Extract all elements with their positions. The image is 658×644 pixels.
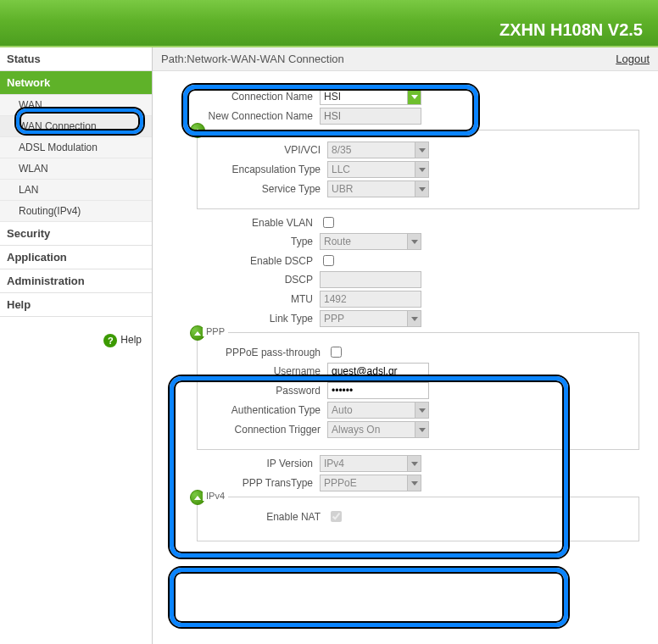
type-value: Route	[324, 236, 351, 247]
form-area: Connection Name HSI New Connection Name …	[153, 71, 658, 553]
type-select[interactable]: Route	[320, 233, 421, 250]
mtu-label: MTU	[171, 293, 320, 305]
chevron-down-icon	[415, 402, 428, 418]
conntrigger-label: Connection Trigger	[204, 424, 327, 436]
chevron-down-icon	[407, 234, 421, 249]
dscp-input[interactable]	[320, 271, 421, 288]
enable-dscp-label: Enable DSCP	[171, 255, 320, 267]
sidebar-cat-network[interactable]: Network	[0, 71, 152, 95]
linktype-select[interactable]: PPP	[320, 310, 421, 327]
collapse-toggle-icon[interactable]	[190, 123, 205, 138]
logout-link[interactable]: Logout	[616, 53, 650, 65]
breadcrumb: Path:Network-WAN-WAN Connection	[161, 53, 344, 65]
path-bar: Path:Network-WAN-WAN Connection Logout	[153, 47, 658, 71]
encap-value: LLC	[332, 164, 350, 175]
dscp-label: DSCP	[171, 274, 320, 286]
authtype-value: Auto	[332, 404, 353, 416]
vpivci-label: VPI/VCI	[204, 144, 327, 156]
chevron-down-icon	[407, 89, 421, 104]
enable-nat-checkbox[interactable]	[331, 511, 342, 522]
vpivci-select[interactable]: 8/35	[327, 142, 429, 158]
main-content: Path:Network-WAN-WAN Connection Logout C…	[153, 47, 658, 644]
connection-name-select[interactable]: HSI	[320, 88, 421, 105]
service-value: UBR	[332, 183, 353, 195]
chevron-down-icon	[415, 162, 428, 177]
pppoe-pass-checkbox[interactable]	[331, 347, 342, 358]
ppptrans-value: PPPoE	[324, 477, 357, 489]
password-input[interactable]	[327, 382, 429, 399]
help-icon[interactable]: ?	[103, 334, 117, 347]
chevron-down-icon	[407, 475, 421, 491]
ipversion-select[interactable]: IPv4	[320, 455, 421, 472]
chevron-down-icon	[415, 142, 428, 158]
authtype-label: Authentication Type	[204, 404, 327, 416]
connection-name-value: HSI	[324, 91, 341, 103]
help-link-row: ?Help	[0, 317, 152, 354]
ppp-legend: PPP	[203, 326, 228, 336]
conntrigger-value: Always On	[332, 424, 380, 436]
sidebar-cat-application[interactable]: Application	[0, 246, 152, 269]
sidebar-item-adsl-modulation[interactable]: ADSL Modulation	[0, 137, 152, 158]
conntrigger-select[interactable]: Always On	[327, 421, 429, 438]
username-label: Username	[204, 365, 327, 377]
enable-nat-label: Enable NAT	[204, 511, 327, 523]
connection-name-label: Connection Name	[171, 91, 320, 103]
authtype-select[interactable]: Auto	[327, 402, 429, 419]
type-label: Type	[171, 236, 320, 247]
sidebar-cat-administration[interactable]: Administration	[0, 269, 152, 293]
ppptrans-select[interactable]: PPPoE	[320, 475, 421, 491]
ppptrans-label: PPP TransType	[171, 477, 320, 489]
sidebar-item-wan-connection[interactable]: WAN Connection	[0, 116, 152, 137]
ipversion-label: IP Version	[171, 458, 320, 469]
product-title: ZXHN H108N V2.5	[499, 20, 643, 40]
sidebar-item-lan[interactable]: LAN	[0, 180, 152, 201]
banner: ZXHN H108N V2.5	[0, 0, 658, 47]
sidebar: Status Network WAN WAN Connection ADSL M…	[0, 47, 153, 644]
enable-vlan-checkbox[interactable]	[323, 217, 334, 228]
linktype-label: Link Type	[171, 313, 320, 325]
sidebar-item-wlan[interactable]: WLAN	[0, 158, 152, 180]
chevron-down-icon	[407, 456, 421, 471]
ipv4-legend: IPv4	[203, 491, 228, 501]
encap-select[interactable]: LLC	[327, 161, 429, 178]
vpi-group: VPI/VCI 8/35 Encapsulation Type LLC Serv…	[197, 130, 639, 209]
service-select[interactable]: UBR	[327, 180, 429, 197]
password-label: Password	[204, 385, 327, 397]
chevron-down-icon	[415, 422, 428, 437]
chevron-down-icon	[407, 311, 421, 326]
pppoe-pass-label: PPPoE pass-through	[204, 347, 327, 358]
help-label[interactable]: Help	[120, 334, 142, 346]
sidebar-cat-security[interactable]: Security	[0, 222, 152, 246]
enable-vlan-label: Enable VLAN	[171, 217, 320, 229]
ipversion-value: IPv4	[324, 458, 344, 469]
encap-label: Encapsulation Type	[204, 164, 327, 175]
linktype-value: PPP	[324, 313, 344, 325]
vpivci-value: 8/35	[332, 144, 351, 156]
new-connection-name-label: New Connection Name	[171, 110, 320, 122]
sidebar-cat-status[interactable]: Status	[0, 47, 152, 71]
chevron-down-icon	[415, 181, 428, 197]
sidebar-item-wan[interactable]: WAN	[0, 95, 152, 116]
mtu-input[interactable]	[320, 291, 421, 308]
service-label: Service Type	[204, 183, 327, 195]
username-input[interactable]	[327, 363, 429, 380]
sidebar-cat-help[interactable]: Help	[0, 293, 152, 317]
ppp-group: PPP PPPoE pass-through Username Password…	[197, 332, 639, 450]
new-connection-name-input[interactable]	[320, 108, 421, 125]
enable-dscp-checkbox[interactable]	[323, 255, 334, 266]
sidebar-item-routing-ipv4[interactable]: Routing(IPv4)	[0, 201, 152, 222]
ipv4-group: IPv4 Enable NAT	[197, 497, 639, 541]
